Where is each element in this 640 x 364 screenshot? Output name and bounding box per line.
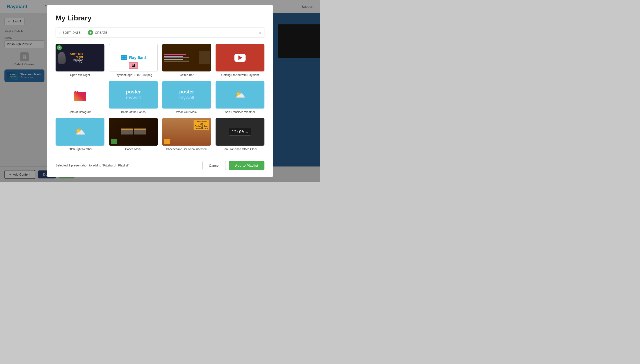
thumb-cheesecake: CheesecakeBarFriday @ 4pmHosted by CS	[162, 118, 211, 146]
thumb-coffee-bar	[162, 44, 211, 72]
thumb-sf-weather: ⛅	[216, 81, 265, 108]
grid-item-label: Coffee Bar	[180, 73, 193, 76]
create-button[interactable]: + CREATE	[84, 30, 259, 35]
list-item[interactable]: 📷 Cats of Instagram	[56, 81, 104, 114]
list-item[interactable]: ⛅ Pittsburgh Weather	[56, 118, 104, 151]
grid-item-label: Getting Started with Raydiant	[221, 73, 259, 76]
modal-overlay: My Library ≡ SORT: DATE + CREATE ⌕ ✓	[0, 0, 320, 182]
modal-toolbar: ≡ SORT: DATE + CREATE ⌕	[56, 28, 265, 38]
sort-icon: ≡	[59, 31, 61, 34]
youtube-play-button	[235, 54, 246, 62]
grid-item-label: Wear Your Mask	[176, 110, 197, 114]
play-triangle-icon	[239, 56, 243, 60]
list-item[interactable]: Coffee Menu	[109, 118, 158, 151]
thumb-raydiant-logo: Raydiant 🖼	[109, 44, 158, 72]
sort-button[interactable]: ≡ SORT: DATE	[59, 31, 84, 34]
weather-icon: ⛅	[74, 126, 86, 137]
grid-item-label: Cats of Instagram	[69, 110, 92, 114]
cancel-button[interactable]: Cancel	[202, 161, 226, 170]
create-label: CREATE	[95, 31, 107, 34]
list-item[interactable]: 12:00 San Francisco Office Clock	[216, 118, 265, 151]
thumb-coffee-menu	[109, 118, 158, 146]
raydiant-grid-icon	[121, 55, 127, 60]
list-item[interactable]: Coffee Bar	[162, 44, 211, 76]
add-to-playlist-button[interactable]: Add to Playlist	[229, 161, 265, 170]
list-item[interactable]: poster mywall Wear Your Mask	[162, 81, 211, 114]
list-item[interactable]: ⛅ San Francisco Weather	[216, 81, 265, 114]
instagram-icon: 📷	[73, 88, 87, 101]
grid-item-label: Open Mic Night	[70, 73, 90, 76]
thumb-instagram: 📷	[56, 81, 104, 108]
modal-title: My Library	[56, 14, 265, 22]
clock-display: 12:00	[229, 128, 251, 136]
list-item[interactable]: ✓ Open MicNight Thursdays7-10pm Open Mic…	[56, 44, 104, 76]
search-icon: ⌕	[259, 30, 261, 35]
search-button[interactable]: ⌕	[259, 30, 261, 35]
grid-item-label: Pittsburgh Weather	[68, 148, 92, 151]
list-item[interactable]: Raydiant 🖼 RaydiantLogo1920x1080.png	[109, 44, 158, 76]
grid-item-label: Cheesecake Bar Announcement	[166, 148, 207, 151]
create-plus-icon: +	[88, 30, 93, 35]
cheesecake-text-overlay: CheesecakeBarFriday @ 4pmHosted by CS	[193, 120, 209, 130]
modal-footer: Selected 1 presentation to add to "Pitts…	[56, 156, 265, 170]
list-item[interactable]: CheesecakeBarFriday @ 4pmHosted by CS Ch…	[162, 118, 211, 151]
list-item[interactable]: Getting Started with Raydiant	[216, 44, 265, 76]
thumb-battle-bands: poster mywall	[109, 81, 158, 108]
thumb-open-mic-night: ✓ Open MicNight Thursdays7-10pm	[56, 44, 104, 72]
thumb-youtube	[216, 44, 265, 72]
footer-buttons: Cancel Add to Playlist	[202, 161, 265, 170]
image-placeholder-icon: 🖼	[129, 62, 138, 69]
grid-item-label: Coffee Menu	[125, 148, 142, 151]
list-item[interactable]: poster mywall Battle of the Bands	[109, 81, 158, 114]
sort-label: SORT: DATE	[62, 31, 80, 34]
thumb-wear-mask: poster mywall	[162, 81, 211, 108]
thumb-clock: 12:00	[216, 118, 265, 146]
weather-icon: ⛅	[235, 90, 246, 100]
thumb-pitts-weather: ⛅	[56, 118, 104, 146]
grid-item-label: Battle of the Bands	[121, 110, 146, 114]
library-grid: ✓ Open MicNight Thursdays7-10pm Open Mic…	[56, 44, 265, 150]
grid-item-label: RaydiantLogo1920x1080.png	[114, 73, 152, 76]
library-modal: My Library ≡ SORT: DATE + CREATE ⌕ ✓	[47, 5, 273, 177]
selected-count-text: Selected 1 presentation to add to "Pitts…	[56, 164, 129, 167]
grid-item-label: San Francisco Weather	[225, 110, 255, 114]
grid-item-label: San Francisco Office Clock	[223, 148, 258, 151]
